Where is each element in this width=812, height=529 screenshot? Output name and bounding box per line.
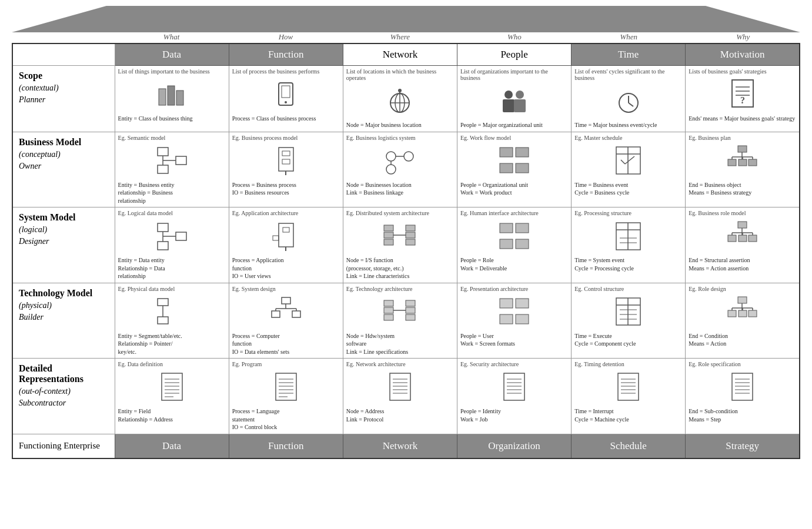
svg-rect-69	[406, 225, 415, 231]
icon-area-r4-c1	[232, 370, 340, 405]
row-label-0: Scope (contextual) Planner	[12, 66, 115, 132]
row-title-2: System Model	[19, 212, 109, 223]
row-2: System Model (logical) Designer Eg. Logi…	[12, 207, 800, 283]
icon-area-r3-c0	[118, 294, 226, 330]
desc-text-r1-c1: Process = Business processIO = Business …	[232, 181, 340, 197]
svg-rect-47	[738, 146, 747, 152]
desc-text-r0-c0: Entity = Class of business thing	[118, 115, 226, 123]
svg-rect-26	[176, 156, 186, 165]
col-header-people: People	[457, 43, 571, 66]
cell-r0-c2: List of locations in which the business …	[343, 66, 457, 132]
svg-line-46	[625, 156, 634, 164]
svg-rect-4	[282, 86, 290, 98]
bottom-cell-2: Network	[343, 434, 457, 458]
eg-label-r2-c3: Eg. Human interface architecture	[460, 210, 568, 216]
eg-label-r4-c4: Eg. Timing detention	[574, 361, 682, 367]
cell-r2-c1: Eg. Application architecture Process = A…	[229, 207, 343, 283]
svg-rect-94	[282, 297, 290, 304]
eg-label-r0-c0: List of things important to the business	[118, 68, 226, 75]
svg-rect-104	[406, 300, 415, 306]
eg-label-r1-c5: Eg. Business plan	[689, 135, 796, 141]
svg-rect-67	[384, 232, 393, 238]
svg-rect-1	[168, 86, 175, 105]
svg-rect-75	[500, 239, 513, 249]
desc-text-r2-c2: Node = I/S function(processor, storage, …	[346, 256, 454, 280]
bottom-row: Functioning EnterpriseDataFunctionNetwor…	[12, 434, 800, 458]
eg-label-r4-c5: Eg. Role specification	[689, 361, 796, 367]
svg-rect-66	[384, 225, 393, 231]
desc-text-r3-c3: People = UserWork = Screen formats	[460, 332, 568, 348]
icon-area-r3-c1	[232, 294, 340, 330]
eg-label-r3-c1: Eg. System design	[232, 286, 340, 292]
desc-text-r0-c1: Process = Class of business process	[232, 115, 340, 123]
svg-rect-13	[503, 99, 514, 112]
svg-rect-41	[516, 163, 529, 173]
cell-r4-c2: Eg. Network architecture Node = AddressL…	[343, 359, 457, 434]
svg-rect-91	[158, 299, 168, 306]
row-sub-3: (physical)	[19, 301, 109, 310]
bottom-cell-1: Function	[229, 434, 343, 458]
row-label-4: Detailed Representations (out-of-context…	[12, 359, 115, 434]
svg-rect-50	[748, 159, 757, 166]
svg-rect-95	[272, 311, 280, 317]
cell-r4-c4: Eg. Timing detention Time = InterruptCyc…	[572, 359, 686, 434]
eg-label-r1-c1: Eg. Business process model	[232, 135, 340, 141]
row-role-0: Planner	[19, 95, 109, 105]
svg-rect-127	[162, 373, 182, 400]
svg-rect-110	[500, 314, 513, 324]
eg-label-r4-c1: Eg. Program	[232, 361, 340, 367]
svg-point-11	[398, 89, 402, 92]
svg-rect-31	[282, 159, 290, 164]
row-sub-1: (conceptual)	[19, 150, 109, 159]
col-header-data: Data	[115, 43, 229, 66]
cell-r2-c2: Eg. Distributed system architecture Node…	[343, 207, 457, 283]
bottom-cell-5: Strategy	[686, 434, 800, 458]
desc-text-r1-c5: End = Business objectMeans = Business st…	[689, 181, 796, 197]
row-4: Detailed Representations (out-of-context…	[12, 359, 800, 434]
eg-label-r3-c4: Eg. Control structure	[574, 286, 682, 292]
cell-r4-c1: Eg. Program Process = LanguagestatementI…	[229, 359, 343, 434]
cell-r2-c3: Eg. Human interface architecture People …	[457, 207, 571, 283]
cell-r2-c0: Eg. Logical data model Entity = Data ent…	[115, 207, 229, 283]
svg-rect-58	[176, 232, 186, 240]
cell-r1-c2: Eg. Business logistics system Node = Bus…	[343, 132, 457, 207]
icon-area-r4-c4	[574, 370, 682, 405]
svg-point-12	[504, 91, 513, 99]
svg-rect-92	[158, 317, 168, 324]
desc-text-r4-c2: Node = AddressLink = Protocol	[346, 407, 454, 423]
row-3: Technology Model (physical) Builder Eg. …	[12, 283, 800, 359]
icon-area-r0-c3	[460, 83, 568, 119]
desc-text-r1-c2: Node = Businesses locationLink = Busines…	[346, 181, 454, 197]
eg-label-r2-c5: Eg. Business role model	[689, 210, 796, 216]
icon-area-r2-c4	[574, 219, 682, 254]
eg-label-r2-c1: Eg. Application architecture	[232, 210, 340, 216]
bottom-cell-3: Organization	[457, 434, 571, 458]
cell-r1-c3: Eg. Work flow model People = Organizatio…	[457, 132, 571, 207]
cell-r0-c1: List of process the business performs Pr…	[229, 66, 343, 132]
col-label-how: How	[229, 32, 343, 43]
desc-text-r1-c4: Time = Business eventCycle = Business cy…	[574, 181, 682, 197]
eg-label-r2-c4: Eg. Processing structure	[574, 210, 682, 216]
svg-rect-82	[738, 222, 747, 228]
row-role-1: Owner	[19, 162, 109, 171]
svg-rect-105	[406, 307, 415, 313]
row-0: Scope (contextual) Planner List of thing…	[12, 66, 800, 132]
desc-text-r0-c5: Ends' means = Major business goals' stra…	[689, 115, 796, 123]
cell-r3-c5: Eg. Role design End = ConditionMeans = A…	[686, 283, 800, 359]
eg-label-r0-c1: List of process the business performs	[232, 68, 340, 75]
svg-rect-118	[738, 297, 747, 303]
svg-rect-102	[384, 307, 393, 313]
eg-label-r3-c2: Eg. Technology architecture	[346, 286, 454, 292]
desc-text-r2-c4: Time = System eventCycle = Processing cy…	[574, 256, 682, 272]
svg-rect-121	[748, 310, 757, 317]
svg-rect-68	[384, 239, 393, 245]
icon-area-r3-c3	[460, 294, 568, 330]
svg-rect-2	[176, 91, 183, 105]
svg-rect-38	[500, 148, 513, 157]
desc-text-r1-c0: Entity = Business entityrelationship = B…	[118, 181, 226, 205]
svg-rect-96	[292, 311, 300, 317]
desc-text-r3-c2: Node = Hdw/systemsoftwareLink = Line spe…	[346, 332, 454, 356]
icon-area-r1-c3	[460, 143, 568, 179]
cell-r2-c4: Eg. Processing structure Time = System e…	[572, 207, 686, 283]
eg-label-r4-c0: Eg. Data definition	[118, 361, 226, 367]
